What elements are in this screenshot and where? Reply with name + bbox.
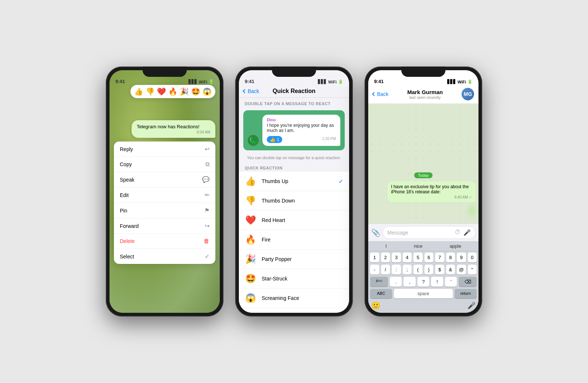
context-select[interactable]: Select ✓ <box>114 249 215 264</box>
key-return[interactable]: return <box>455 289 477 298</box>
keyboard: I nice apple 1 2 3 4 5 6 7 8 9 0 - / : <box>368 241 478 313</box>
key-7[interactable]: 7 <box>435 253 444 262</box>
suggestion-2[interactable]: nice <box>414 243 423 249</box>
key-3[interactable]: 3 <box>392 253 401 262</box>
message-placeholder: Message <box>387 230 408 236</box>
chat-back-button[interactable]: Back <box>373 91 388 97</box>
mic-key[interactable]: 🎤 <box>467 301 476 309</box>
key-abc[interactable]: ABC <box>370 289 392 298</box>
message-input-area: 📎 Message ⏱ 🎤 <box>368 223 478 241</box>
reaction-item-party[interactable]: 🎉 Party Popper <box>239 250 349 269</box>
key-question[interactable]: ? <box>417 277 430 287</box>
reaction-thumbsdown[interactable]: 👎 <box>146 87 155 96</box>
key-comma[interactable]: , <box>404 277 416 287</box>
key-symbols-toggle[interactable]: #+= <box>370 277 388 287</box>
emoji-party: 🎉 <box>245 254 257 264</box>
key-space[interactable]: space <box>394 289 453 298</box>
reaction-item-thumbsdown[interactable]: 👎 Thumbs Down <box>239 191 349 211</box>
context-delete[interactable]: Delete 🗑 <box>114 234 215 249</box>
message-text: Telegram now has Reactions! <box>137 124 200 129</box>
emoji-thumbsdown: 👎 <box>245 196 257 206</box>
status-icons-1: ▋▋▋ WiFi 🔋 <box>189 79 214 84</box>
key-quote[interactable]: " <box>468 265 477 275</box>
suggestion-3[interactable]: apple <box>449 243 461 249</box>
delete-label: Delete <box>120 238 135 244</box>
keyboard-row-numbers: 1 2 3 4 5 6 7 8 9 0 <box>368 251 478 264</box>
status-icons-2: ▋▋▋ WiFi 🔋 <box>318 79 343 84</box>
key-dash[interactable]: - <box>370 265 379 275</box>
timer-icon[interactable]: ⏱ <box>455 229 460 236</box>
context-reply[interactable]: Reply ↩ <box>114 142 215 157</box>
reaction-item-thumbsup[interactable]: 👍 Thumbs Up ✓ <box>239 172 349 191</box>
key-period[interactable]: . <box>390 277 402 287</box>
key-colon[interactable]: : <box>392 265 401 275</box>
suggestion-1[interactable]: I <box>386 243 387 249</box>
preview-time: 1:20 PM <box>322 137 336 141</box>
key-4[interactable]: 4 <box>403 253 412 262</box>
context-edit[interactable]: Edit ✏ <box>114 187 215 203</box>
key-semicolon[interactable]: ; <box>403 265 412 275</box>
speak-icon: 💬 <box>202 176 209 183</box>
context-copy[interactable]: Copy ⧉ <box>114 157 215 172</box>
key-0[interactable]: 0 <box>468 253 477 262</box>
key-backspace[interactable]: ⌫ <box>459 277 477 287</box>
nav-header: Back Quick Reaction <box>239 86 349 98</box>
reaction-more[interactable]: 😱 <box>202 87 212 96</box>
message-input-box[interactable]: Message ⏱ 🎤 <box>383 226 476 239</box>
check-thumbsup: ✓ <box>338 178 343 185</box>
preview-message: I hope you're enjoying your day as much … <box>267 123 336 133</box>
mic-inline-icon[interactable]: 🎤 <box>463 229 471 236</box>
preview-caption: You can double tap on message for a quic… <box>239 153 349 162</box>
key-slash[interactable]: / <box>381 265 390 275</box>
reaction-list: 👍 Thumbs Up ✓ 👎 Thumbs Down ❤️ Red Heart… <box>239 172 349 313</box>
key-5[interactable]: 5 <box>413 253 423 262</box>
key-rparen[interactable]: ) <box>424 265 434 275</box>
reaction-heart[interactable]: ❤️ <box>157 87 166 96</box>
reply-icon: ↩ <box>205 146 209 153</box>
reaction-item-beaming[interactable]: 😁 Beaming Face <box>239 308 349 313</box>
key-exclaim[interactable]: ! <box>431 277 443 287</box>
chat-avatar: MG <box>462 88 474 100</box>
reaction-item-redheart[interactable]: ❤️ Red Heart <box>239 211 349 230</box>
reaction-thumbsup[interactable]: 👍 <box>134 87 143 96</box>
context-forward[interactable]: Forward ↪ <box>114 218 215 234</box>
key-apostrophe[interactable]: ' <box>445 277 457 287</box>
context-pin[interactable]: Pin ⚑ <box>114 203 215 218</box>
date-badge: Today <box>371 172 476 178</box>
phone-3: 9:41 ▋▋▋ WiFi 🔋 Back Mark Gurman last se… <box>365 67 482 316</box>
key-2[interactable]: 2 <box>381 253 390 262</box>
chat-contact-status: last seen recently <box>391 95 459 100</box>
message-bubble-1: I have an exclusive tip for you about th… <box>387 181 476 202</box>
forward-icon: ↪ <box>205 222 209 229</box>
reaction-fire[interactable]: 🔥 <box>168 87 178 96</box>
emoji-key[interactable]: 🙂 <box>371 301 380 310</box>
notch-2 <box>272 67 316 77</box>
reaction-item-scream[interactable]: 😱 Screaming Face <box>239 289 349 308</box>
back-chevron <box>243 89 247 93</box>
signal-icon-2: ▋▋▋ <box>318 79 327 84</box>
key-1[interactable]: 1 <box>370 253 379 262</box>
emoji-starstruck: 🤩 <box>245 273 257 284</box>
key-6[interactable]: 6 <box>424 253 434 262</box>
context-speak[interactable]: Speak 💬 <box>114 172 215 187</box>
message-time-1: 8:40 AM ✓ <box>391 195 472 199</box>
label-party: Party Popper <box>262 256 343 262</box>
reaction-party[interactable]: 🎉 <box>180 87 189 96</box>
key-dollar[interactable]: $ <box>435 265 444 275</box>
reaction-item-fire[interactable]: 🔥 Fire <box>239 230 349 250</box>
reactions-bar[interactable]: 👍 👎 ❤️ 🔥 🎉 🤩 😱 <box>130 85 215 98</box>
reaction-item-starstruck[interactable]: 🤩 Star-Struck <box>239 269 349 289</box>
chat-area: Today I have an exclusive tip for you ab… <box>368 104 478 223</box>
reaction-starstruck[interactable]: 🤩 <box>191 87 200 96</box>
date-label: Today <box>414 172 432 178</box>
key-9[interactable]: 9 <box>457 253 466 262</box>
attach-icon[interactable]: 📎 <box>371 228 380 237</box>
label-thumbsup: Thumbs Up <box>262 178 333 184</box>
key-8[interactable]: 8 <box>446 253 455 262</box>
key-at[interactable]: @ <box>457 265 466 275</box>
preview-avatar: 🦕 <box>248 135 259 146</box>
back-button[interactable]: Back <box>243 88 259 94</box>
key-lparen[interactable]: ( <box>413 265 423 275</box>
edit-label: Edit <box>120 192 129 198</box>
key-amp[interactable]: & <box>446 265 455 275</box>
